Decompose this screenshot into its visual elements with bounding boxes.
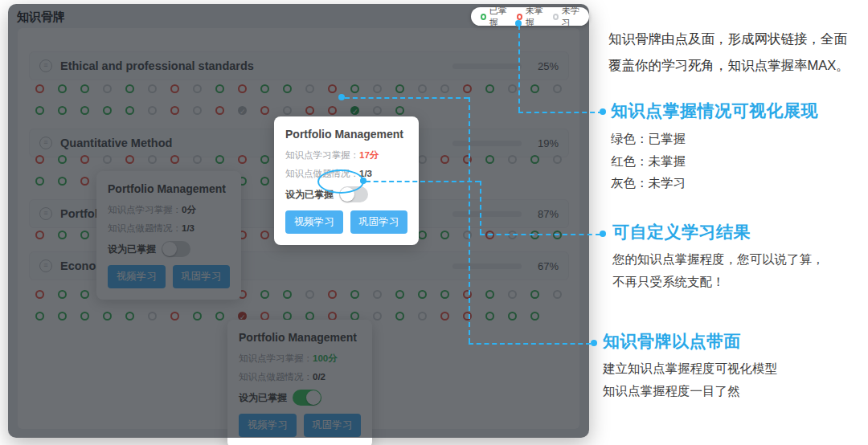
connector-dashed-line — [518, 25, 520, 112]
annotation-line: 绿色：已掌握 — [611, 128, 818, 150]
legend-item-unlearned: 未学习 — [553, 5, 579, 29]
annotation-line: 灰色：未学习 — [611, 172, 818, 194]
annotation-point-to-surface: 知识骨牌以点带面 建立知识点掌握程度可视化模型 知识点掌握程度一目了然 — [603, 330, 777, 402]
score-value: 17分 — [359, 150, 379, 160]
connector-dot — [338, 94, 345, 100]
annotation-heading: 可自定义学习结果 — [612, 221, 825, 243]
connector-dot — [600, 108, 606, 115]
score-row: 知识点学习掌握：17分 — [285, 149, 407, 161]
annotation-line: 建立知识点掌握程度可视化模型 — [603, 357, 777, 380]
connector-dashed-line — [480, 234, 600, 235]
connector-dot — [515, 20, 522, 27]
connector-dot — [600, 231, 606, 237]
annotation-line: 您的知识点掌握程度，您可以说了算， — [612, 248, 825, 271]
intro-text: 知识骨牌由点及面，形成网状链接，全面 覆盖你的学习死角，知识点掌握率MAX。 — [608, 26, 862, 79]
legend-item-mastered: 已掌握 — [481, 5, 507, 29]
consolidate-study-button[interactable]: 巩固学习 — [350, 210, 408, 234]
video-study-button[interactable]: 视频学习 — [285, 210, 343, 234]
connector-dashed-line — [345, 97, 469, 99]
connector-dashed-line — [518, 112, 603, 113]
mastered-ring-icon — [481, 14, 486, 20]
connector-dot — [591, 340, 597, 346]
knowledge-domino-window: 知识骨牌 ≡Ethical and professional standards… — [8, 4, 589, 438]
connector-dashed-line — [480, 181, 481, 234]
annotation-visualization: 知识点掌握情况可视化展现 绿色：已掌握 红色：未掌握 灰色：未学习 — [611, 100, 818, 194]
annotation-line: 知识点掌握程度一目了然 — [603, 380, 777, 402]
annotation-line: 红色：未掌握 — [611, 150, 818, 173]
toggle-highlight-ellipse — [317, 169, 364, 194]
connector-dashed-line — [366, 181, 480, 182]
annotation-heading: 知识骨牌以点带面 — [603, 330, 777, 353]
connector-dot — [360, 178, 366, 184]
unmastered-ring-icon — [517, 14, 522, 20]
annotation-custom-result: 可自定义学习结果 您的知识点掌握程度，您可以说了算， 不再只受系统支配！ — [612, 221, 825, 292]
mastery-legend: 已掌握 未掌握 未学习 — [471, 7, 589, 26]
connector-dashed-line — [469, 97, 470, 343]
annotation-line: 不再只受系统支配！ — [612, 271, 825, 293]
connector-dashed-line — [469, 343, 591, 345]
unlearned-ring-icon — [553, 14, 559, 20]
popup-title: Portfolio Management — [285, 128, 407, 141]
annotation-heading: 知识点掌握情况可视化展现 — [611, 100, 818, 122]
